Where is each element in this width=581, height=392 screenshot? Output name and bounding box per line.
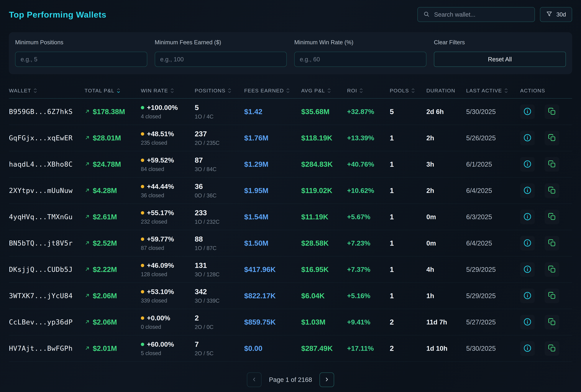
column-header[interactable]: LAST ACTIVE bbox=[466, 88, 520, 94]
copy-icon bbox=[548, 186, 556, 195]
wallet-address[interactable]: GqFGjx...xqEwER bbox=[9, 134, 84, 142]
table-row[interactable]: haqdL4...XBho8C $24.78M +59.52% bbox=[9, 151, 572, 177]
wallet-address[interactable]: 3WTXK7...jYcU84 bbox=[9, 292, 84, 300]
copy-button[interactable] bbox=[545, 157, 559, 172]
sort-arrows[interactable] bbox=[228, 88, 231, 93]
positions-count: 131 bbox=[195, 261, 244, 270]
table-row[interactable]: DKsjjQ...CUDb5J $2.22M +46.09% bbox=[9, 256, 572, 283]
reset-all-button[interactable]: Reset All bbox=[434, 52, 566, 67]
copy-icon bbox=[548, 160, 556, 168]
table-row[interactable]: 2XYtpv...mUuNuw $4.28M +44.44% bbox=[9, 177, 572, 204]
wallet-address[interactable]: DKsjjQ...CUDb5J bbox=[9, 266, 84, 274]
sort-desc-icon bbox=[504, 91, 508, 93]
copy-button[interactable] bbox=[545, 183, 559, 198]
sort-arrows[interactable] bbox=[34, 88, 37, 93]
last-active-date: 5/27/2025 bbox=[466, 318, 520, 326]
wallet-address[interactable]: 4yqHVq...TMXnGu bbox=[9, 213, 84, 221]
sort-arrows[interactable] bbox=[170, 88, 174, 93]
positions-open-closed: 3O / 84C bbox=[195, 166, 244, 172]
column-header[interactable]: TOTAL P&L bbox=[84, 88, 141, 94]
min-winrate-input[interactable] bbox=[294, 52, 426, 67]
wallet-address[interactable]: B959GB...6Z7hkS bbox=[9, 108, 84, 116]
next-page-button[interactable] bbox=[320, 373, 334, 387]
pools-count: 1 bbox=[390, 292, 426, 300]
positions-cell: 233 1O / 232C bbox=[195, 209, 244, 225]
column-header[interactable]: FEES EARNED bbox=[244, 88, 301, 94]
table-row[interactable]: 4yqHVq...TMXnGu $2.61M +55.17% bbox=[9, 204, 572, 230]
positions-open-closed: 1O / 87C bbox=[195, 245, 244, 251]
win-rate-cell: +48.51% 235 closed bbox=[141, 130, 195, 146]
column-header-label: TOTAL P&L bbox=[84, 88, 114, 94]
sort-desc-icon bbox=[412, 91, 415, 93]
positions-count: 87 bbox=[195, 156, 244, 164]
copy-button[interactable] bbox=[545, 262, 559, 277]
column-header[interactable]: POOLS bbox=[390, 88, 426, 94]
win-rate-status-dot bbox=[141, 211, 144, 215]
info-button[interactable] bbox=[520, 157, 535, 172]
wallet-address[interactable]: haqdL4...XBho8C bbox=[9, 160, 84, 168]
column-header[interactable]: DURATION bbox=[426, 88, 466, 94]
win-rate-cell: +46.09% 128 closed bbox=[141, 262, 195, 278]
info-button[interactable] bbox=[520, 262, 535, 277]
sort-arrows[interactable] bbox=[117, 88, 120, 93]
wallet-address[interactable]: HV7Ajt...BwFGPh bbox=[9, 344, 84, 352]
column-header[interactable]: ACTIONS bbox=[520, 88, 572, 94]
duration-value: 11d 7h bbox=[426, 318, 466, 326]
search-box[interactable] bbox=[418, 7, 535, 22]
copy-button[interactable] bbox=[545, 131, 559, 145]
info-button[interactable] bbox=[520, 341, 535, 356]
column-header[interactable]: ROI bbox=[347, 88, 390, 94]
wallet-address[interactable]: CcLBev...yp36dP bbox=[9, 318, 84, 326]
positions-cell: 87 3O / 84C bbox=[195, 156, 244, 172]
positions-cell: 2 2O / 0C bbox=[195, 314, 244, 330]
copy-button[interactable] bbox=[545, 210, 559, 224]
info-button[interactable] bbox=[520, 315, 535, 329]
table-row[interactable]: GqFGjx...xqEwER $28.01M +48.51% bbox=[9, 125, 572, 151]
wallet-address[interactable]: 2XYtpv...mUuNuw bbox=[9, 187, 84, 195]
info-button[interactable] bbox=[520, 183, 535, 198]
time-range-filter-button[interactable]: 30d bbox=[540, 7, 572, 22]
min-positions-input[interactable] bbox=[15, 52, 147, 67]
closed-count: 128 closed bbox=[141, 271, 195, 278]
table-row[interactable]: BN5bTQ...jt8V5r $2.52M +59.77% bbox=[9, 230, 572, 256]
closed-count: 339 closed bbox=[141, 298, 195, 304]
wallet-address[interactable]: BN5bTQ...jt8V5r bbox=[9, 239, 84, 247]
info-button[interactable] bbox=[520, 289, 535, 303]
column-header[interactable]: AVG P&L bbox=[301, 88, 347, 94]
table-row[interactable]: CcLBev...yp36dP $2.06M +0.00% bbox=[9, 309, 572, 335]
info-button[interactable] bbox=[520, 210, 535, 224]
total-pnl-value: $2.06M bbox=[93, 292, 117, 300]
column-header-label: ROI bbox=[347, 88, 357, 94]
info-button[interactable] bbox=[520, 131, 535, 145]
sort-arrows[interactable] bbox=[504, 88, 508, 93]
positions-cell: 342 3O / 339C bbox=[195, 288, 244, 304]
copy-button[interactable] bbox=[545, 236, 559, 251]
copy-button[interactable] bbox=[545, 104, 559, 119]
info-button[interactable] bbox=[520, 236, 535, 251]
column-header[interactable]: WALLET bbox=[9, 88, 84, 94]
table-header-row: WALLET TOTAL P&L WIN RATE bbox=[9, 83, 572, 99]
actions-cell bbox=[520, 341, 572, 356]
column-header[interactable]: POSITIONS bbox=[195, 88, 244, 94]
total-pnl-value: $2.06M bbox=[93, 318, 117, 326]
copy-button[interactable] bbox=[545, 289, 559, 303]
sort-arrows[interactable] bbox=[328, 88, 331, 93]
table-row[interactable]: HV7Ajt...BwFGPh $2.01M +60.00% bbox=[9, 335, 572, 362]
info-button[interactable] bbox=[520, 104, 535, 119]
total-pnl-cell: $28.01M bbox=[84, 134, 141, 142]
min-fees-input[interactable] bbox=[155, 52, 287, 67]
info-icon bbox=[523, 160, 532, 169]
sort-arrows[interactable] bbox=[360, 88, 363, 93]
sort-arrows[interactable] bbox=[286, 88, 290, 93]
sort-arrows[interactable] bbox=[412, 88, 415, 93]
table-row[interactable]: B959GB...6Z7hkS $178.38M +100.00% bbox=[9, 99, 572, 125]
search-input[interactable] bbox=[434, 11, 529, 18]
copy-button[interactable] bbox=[545, 315, 559, 329]
sort-desc-icon bbox=[117, 91, 120, 93]
prev-page-button[interactable] bbox=[247, 373, 262, 387]
duration-value: 0m bbox=[426, 213, 466, 221]
column-header[interactable]: WIN RATE bbox=[141, 88, 195, 94]
copy-button[interactable] bbox=[545, 341, 559, 356]
duration-value: 2d 6h bbox=[426, 108, 466, 115]
table-row[interactable]: 3WTXK7...jYcU84 $2.06M +53.10% bbox=[9, 283, 572, 309]
